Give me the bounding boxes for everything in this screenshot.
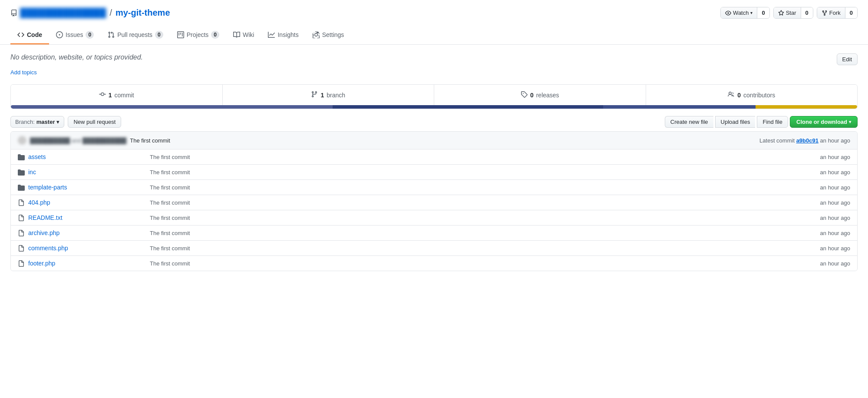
star-label: Star <box>786 10 796 16</box>
new-pull-request-button[interactable]: New pull request <box>68 116 121 128</box>
contributors-label: contributors <box>743 92 775 99</box>
branches-label: branch <box>327 92 345 99</box>
star-button[interactable]: Star <box>774 7 801 18</box>
file-commit-message: The first commit <box>150 230 798 236</box>
file-commit-message: The first commit <box>150 260 798 267</box>
commit-header-left: ██████████ and ███████████ The first com… <box>18 136 170 145</box>
repo-description-text: No description, website, or topics provi… <box>10 53 143 61</box>
tab-settings[interactable]: Settings <box>306 26 351 44</box>
projects-icon <box>177 31 184 38</box>
folder-icon <box>18 153 25 161</box>
watch-button[interactable]: Watch ▾ <box>721 7 757 18</box>
file-name-link[interactable]: archive.php <box>28 229 150 236</box>
stats-row: 1 commit 1 branch 0 releas <box>11 85 857 105</box>
commit-authors: ██████████ and ███████████ <box>30 137 126 144</box>
table-row: incThe first commitan hour ago <box>11 165 857 180</box>
repo-name-link[interactable]: my-git-theme <box>116 8 170 18</box>
repo-title: ██████████████ / my-git-theme <box>10 8 170 18</box>
file-time: an hour ago <box>798 230 850 236</box>
contributors-count: 0 <box>737 92 741 99</box>
file-commit-message: The first commit <box>150 245 798 252</box>
code-icon <box>17 31 24 38</box>
tab-issues[interactable]: Issues 0 <box>49 26 101 45</box>
wiki-icon <box>233 31 240 38</box>
fork-button[interactable]: Fork <box>817 7 845 18</box>
file-name-link[interactable]: inc <box>28 169 150 176</box>
file-icon <box>18 229 25 237</box>
repo-tabs: Code Issues 0 Pull requests 0 Projects 0… <box>0 26 868 45</box>
tab-insights[interactable]: Insights <box>261 26 305 44</box>
repo-owner-link[interactable]: ██████████████ <box>20 8 106 18</box>
watch-caret: ▾ <box>750 10 752 15</box>
issues-badge: 0 <box>86 31 94 39</box>
find-file-button[interactable]: Find file <box>757 116 788 128</box>
tab-code-label: Code <box>27 31 42 38</box>
watch-label: Watch <box>733 10 749 16</box>
fork-count: 0 <box>845 7 857 18</box>
releases-icon <box>521 91 528 99</box>
file-commit-message: The first commit <box>150 154 798 160</box>
file-commit-message: The first commit <box>150 184 798 191</box>
clone-or-download-button[interactable]: Clone or download ▾ <box>790 116 858 128</box>
repo-slash: / <box>109 8 112 18</box>
file-name-link[interactable]: footer.php <box>28 260 150 267</box>
file-time: an hour ago <box>798 215 850 221</box>
file-name-link[interactable]: template-parts <box>28 184 150 191</box>
contributors-link[interactable]: 0 contributors <box>646 85 858 105</box>
file-name-link[interactable]: README.txt <box>28 214 150 221</box>
file-commit-message: The first commit <box>150 215 798 221</box>
commits-icon <box>99 91 106 99</box>
create-new-file-button[interactable]: Create new file <box>665 116 713 128</box>
file-name-link[interactable]: 404.php <box>28 199 150 206</box>
file-commit-message: The first commit <box>150 199 798 206</box>
tab-settings-label: Settings <box>322 31 344 38</box>
tab-projects[interactable]: Projects 0 <box>170 26 226 45</box>
repo-description-row: No description, website, or topics provi… <box>10 53 858 65</box>
edit-button[interactable]: Edit <box>837 53 858 65</box>
branch-caret: ▾ <box>56 119 59 125</box>
projects-badge: 0 <box>211 31 219 39</box>
avatar <box>18 136 26 145</box>
tab-wiki[interactable]: Wiki <box>226 26 261 44</box>
file-name-link[interactable]: assets <box>28 153 150 160</box>
file-commit-message: The first commit <box>150 169 798 176</box>
add-topics-link[interactable]: Add topics <box>10 69 37 76</box>
contributors-icon <box>728 91 735 99</box>
branch-selector[interactable]: Branch: master ▾ <box>10 116 64 128</box>
file-time: an hour ago <box>798 245 850 252</box>
commit-hash[interactable]: a9b0c91 <box>796 137 818 144</box>
star-count: 0 <box>801 7 813 18</box>
table-row: archive.phpThe first commitan hour ago <box>11 226 857 241</box>
releases-link[interactable]: 0 releases <box>434 85 646 105</box>
lang-segment-javascript <box>603 105 756 109</box>
tab-pull-requests[interactable]: Pull requests 0 <box>101 26 170 45</box>
commits-count: 1 <box>109 92 112 99</box>
file-table: ██████████ and ███████████ The first com… <box>10 131 858 271</box>
file-name-link[interactable]: comments.php <box>28 245 150 252</box>
fork-group: Fork 0 <box>817 7 858 19</box>
pr-icon <box>108 31 115 38</box>
file-icon <box>18 244 25 252</box>
releases-label: releases <box>536 92 559 99</box>
repo-icon <box>10 8 17 17</box>
table-row: footer.phpThe first commitan hour ago <box>11 256 857 271</box>
branches-link[interactable]: 1 branch <box>223 85 435 105</box>
commit-header: ██████████ and ███████████ The first com… <box>11 132 857 149</box>
lang-segment-other <box>756 105 857 109</box>
folder-icon <box>18 183 25 191</box>
clone-caret: ▾ <box>849 119 851 124</box>
tab-issues-label: Issues <box>66 31 83 38</box>
file-icon <box>18 214 25 222</box>
file-time: an hour ago <box>798 169 850 176</box>
latest-commit-label: Latest commit <box>759 137 795 144</box>
table-row: assetsThe first commitan hour ago <box>11 149 857 165</box>
branch-prefix: Branch: <box>15 119 35 125</box>
tab-insights-label: Insights <box>277 31 298 38</box>
commits-link[interactable]: 1 commit <box>11 85 223 105</box>
fork-label: Fork <box>829 10 841 16</box>
toolbar-right: Create new file Upload files Find file C… <box>665 116 858 128</box>
branches-count: 1 <box>320 92 324 99</box>
upload-files-button[interactable]: Upload files <box>715 116 756 128</box>
tab-code[interactable]: Code <box>10 26 49 44</box>
repo-stats: 1 commit 1 branch 0 releas <box>10 84 858 109</box>
